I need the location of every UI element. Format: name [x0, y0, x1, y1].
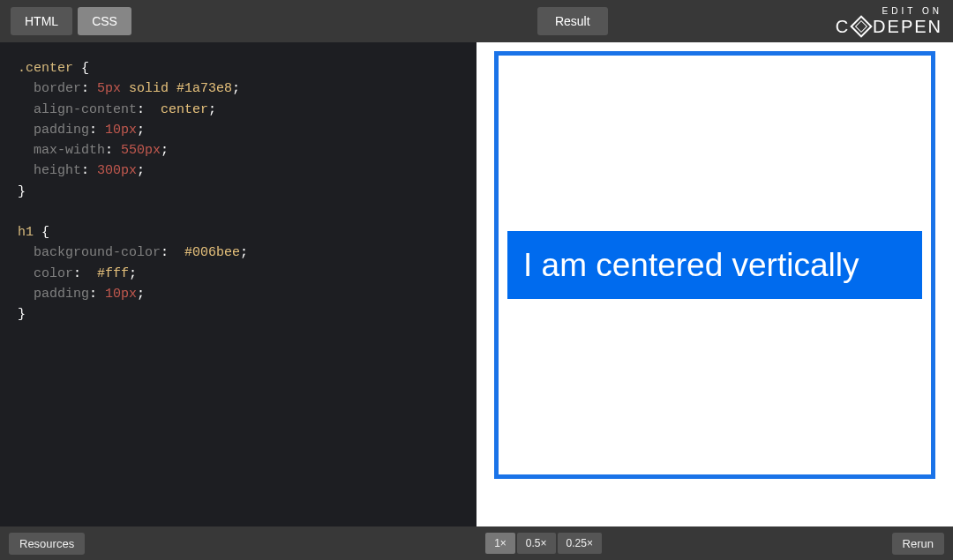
- token-selector: h1: [18, 225, 34, 240]
- zoom-025x-button[interactable]: 0.25×: [558, 533, 602, 554]
- tab-html[interactable]: HTML: [11, 7, 72, 35]
- codepen-box-icon: [850, 15, 872, 37]
- main-split: .center { border: 5px solid #1a73e8; ali…: [0, 42, 953, 526]
- codepen-embed: HTML CSS Result EDIT ON C DEPEN .center …: [0, 0, 953, 560]
- editor-tab-group: HTML CSS: [11, 7, 131, 35]
- result-heading: I am centered vertically: [507, 231, 922, 300]
- zoom-control-group: 1× 0.5× 0.25×: [485, 533, 602, 554]
- rerun-button[interactable]: Rerun: [892, 533, 944, 555]
- codepen-logo: C DEPEN: [836, 18, 942, 35]
- result-pane: I am centered vertically: [476, 42, 953, 526]
- zoom-1x-button[interactable]: 1×: [485, 533, 515, 554]
- footer-bar: Resources 1× 0.5× 0.25× Rerun: [0, 526, 953, 560]
- brand-area[interactable]: EDIT ON C DEPEN: [836, 7, 942, 35]
- tab-result[interactable]: Result: [537, 7, 608, 35]
- token-selector: .center: [18, 61, 73, 76]
- tab-css[interactable]: CSS: [78, 7, 131, 35]
- zoom-05x-button[interactable]: 0.5×: [517, 533, 556, 554]
- header-bar: HTML CSS Result EDIT ON C DEPEN: [0, 0, 953, 42]
- resources-button[interactable]: Resources: [9, 533, 85, 555]
- edit-on-codepen-link[interactable]: EDIT ON C DEPEN: [836, 7, 942, 35]
- edit-on-label: EDIT ON: [882, 7, 942, 16]
- center-container: I am centered vertically: [494, 51, 935, 479]
- css-editor[interactable]: .center { border: 5px solid #1a73e8; ali…: [0, 42, 476, 526]
